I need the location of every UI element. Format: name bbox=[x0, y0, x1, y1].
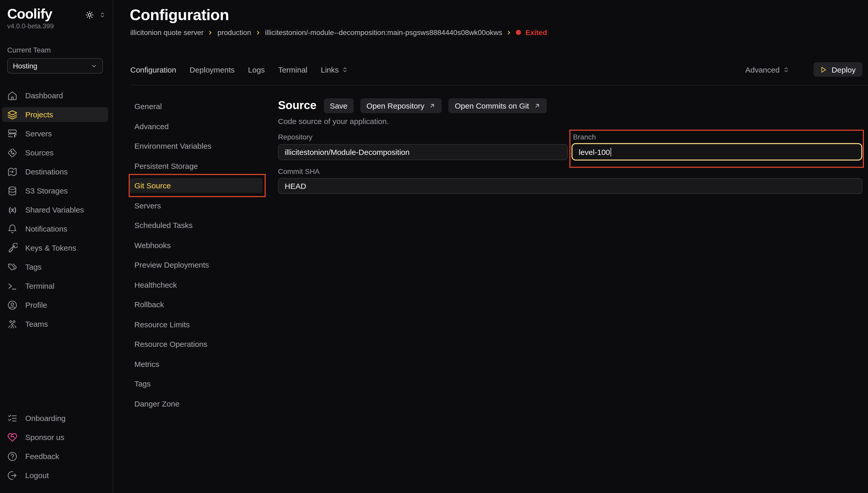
subnav-tags[interactable]: Tags bbox=[130, 376, 262, 391]
status-badge: Exited bbox=[525, 28, 547, 37]
repository-label: Repository bbox=[278, 132, 568, 142]
sidebar-item-keys-tokens[interactable]: Keys & Tokens bbox=[2, 240, 108, 255]
subnav-danger-zone[interactable]: Danger Zone bbox=[130, 396, 262, 411]
chevron-right-icon bbox=[255, 30, 261, 36]
layers-icon bbox=[7, 109, 18, 120]
tab-terminal[interactable]: Terminal bbox=[278, 65, 308, 74]
save-button[interactable]: Save bbox=[323, 98, 354, 113]
bell-icon bbox=[7, 223, 18, 234]
breadcrumb-application[interactable]: illicitestonion/-module--decomposition:m… bbox=[265, 28, 502, 37]
subnav-resource-operations[interactable]: Resource Operations bbox=[130, 337, 262, 351]
logo-row: Coolify bbox=[0, 0, 113, 23]
brand-logo: Coolify bbox=[7, 5, 85, 23]
sidebar-item-shared-variables[interactable]: (x) Shared Variables bbox=[2, 202, 108, 217]
branch-field: Branch level-100 bbox=[571, 132, 862, 160]
tabbar: Configuration Deployments Logs Terminal … bbox=[130, 62, 862, 77]
team-select-value: Hosting bbox=[13, 62, 37, 70]
sidebar-item-projects[interactable]: Projects bbox=[2, 107, 108, 122]
subnav-webhooks[interactable]: Webhooks bbox=[130, 237, 262, 252]
sidebar-item-terminal[interactable]: Terminal bbox=[2, 278, 108, 293]
team-select[interactable]: Hosting bbox=[7, 58, 103, 73]
chevron-right-icon bbox=[506, 30, 512, 36]
open-repository-button[interactable]: Open Repository bbox=[360, 98, 442, 113]
deploy-button[interactable]: Deploy bbox=[814, 62, 862, 77]
subnav-persistent-storage[interactable]: Persistent Storage bbox=[130, 158, 262, 173]
sidebar-item-label: Servers bbox=[25, 129, 52, 138]
sidebar-item-onboarding[interactable]: Onboarding bbox=[2, 411, 108, 426]
server-icon bbox=[7, 128, 18, 139]
sidebar-item-label: Sponsor us bbox=[25, 433, 64, 442]
sidebar-item-feedback[interactable]: Feedback bbox=[2, 449, 108, 464]
sidebar-item-s3-storages[interactable]: S3 Storages bbox=[2, 183, 108, 198]
advanced-dropdown[interactable]: Advanced bbox=[745, 65, 789, 74]
sidebar-item-label: Profile bbox=[25, 301, 47, 309]
sidebar-item-profile[interactable]: Profile bbox=[2, 297, 108, 313]
commit-sha-label: Commit SHA bbox=[278, 167, 862, 176]
branch-input[interactable]: level-100 bbox=[571, 143, 862, 160]
sidebar: Coolify v4.0.0-beta.399 Current Team Hos… bbox=[0, 0, 113, 493]
sidebar-item-destinations[interactable]: Destinations bbox=[2, 164, 108, 179]
database-icon bbox=[7, 186, 18, 196]
logout-icon bbox=[7, 470, 18, 480]
breadcrumb-environment[interactable]: production bbox=[217, 28, 251, 37]
tab-deployments[interactable]: Deployments bbox=[189, 65, 234, 74]
breadcrumb-project[interactable]: illicitonion quote server bbox=[130, 28, 204, 37]
sidebar-item-label: Destinations bbox=[25, 167, 68, 176]
sidebar-item-sponsor[interactable]: Sponsor us bbox=[2, 430, 108, 445]
sidebar-item-servers[interactable]: Servers bbox=[2, 126, 108, 141]
subnav-preview-deployments[interactable]: Preview Deployments bbox=[130, 257, 262, 272]
subnav-rollback[interactable]: Rollback bbox=[130, 297, 262, 312]
chevrons-up-down-icon bbox=[342, 66, 348, 73]
coolify-app: Coolify v4.0.0-beta.399 Current Team Hos… bbox=[0, 0, 868, 493]
sidebar-item-tags[interactable]: Tags bbox=[2, 259, 108, 274]
subnav-general[interactable]: General bbox=[130, 99, 262, 114]
map-icon bbox=[7, 167, 18, 177]
sidebar-item-label: Tags bbox=[25, 262, 41, 271]
sidebar-item-logout[interactable]: Logout bbox=[2, 468, 108, 483]
sidebar-item-label: Teams bbox=[25, 320, 48, 328]
home-icon bbox=[7, 90, 18, 101]
sidebar-item-dashboard[interactable]: Dashboard bbox=[2, 88, 108, 103]
subnav-healthcheck[interactable]: Healthcheck bbox=[130, 277, 262, 292]
tab-links[interactable]: Links bbox=[321, 65, 348, 74]
sidebar-collapse-icon[interactable] bbox=[99, 11, 106, 19]
chevron-right-icon bbox=[208, 30, 213, 36]
subnav-advanced[interactable]: Advanced bbox=[130, 119, 262, 133]
sidebar-item-notifications[interactable]: Notifications bbox=[2, 221, 108, 236]
subnav-git-source[interactable]: Git Source bbox=[130, 178, 262, 193]
theme-sun-icon[interactable] bbox=[85, 11, 94, 19]
git-source-icon bbox=[7, 147, 18, 158]
breadcrumb: illicitonion quote server production ill… bbox=[130, 28, 547, 37]
open-commits-button[interactable]: Open Commits on Git bbox=[449, 98, 547, 113]
tab-configuration[interactable]: Configuration bbox=[130, 65, 176, 74]
commit-sha-input[interactable]: HEAD bbox=[278, 178, 862, 194]
subnav-environment-variables[interactable]: Environment Variables bbox=[130, 138, 262, 153]
app-version: v4.0.0-beta.399 bbox=[0, 23, 113, 30]
users-icon bbox=[7, 319, 18, 329]
text-caret bbox=[611, 147, 611, 156]
tags-icon bbox=[7, 262, 18, 272]
branch-label: Branch bbox=[571, 132, 862, 142]
section-title: Source bbox=[278, 99, 316, 112]
external-link-icon bbox=[534, 102, 540, 109]
subnav-scheduled-tasks[interactable]: Scheduled Tasks bbox=[130, 218, 262, 233]
main-content: Configuration illicitonion quote server … bbox=[113, 0, 868, 493]
sidebar-item-sources[interactable]: Sources bbox=[2, 145, 108, 160]
sidebar-item-label: Onboarding bbox=[25, 414, 66, 423]
subnav-resource-limits[interactable]: Resource Limits bbox=[130, 317, 262, 332]
play-icon bbox=[820, 66, 827, 73]
fields-row: Repository illicitestonion/Module-Decomp… bbox=[278, 132, 862, 160]
key-icon bbox=[7, 243, 18, 253]
tab-logs[interactable]: Logs bbox=[248, 65, 265, 74]
chevrons-up-down-icon bbox=[783, 66, 789, 73]
source-header: Source Save Open Repository Open Commits… bbox=[278, 98, 862, 113]
sidebar-item-teams[interactable]: Teams bbox=[2, 317, 108, 331]
repository-field: Repository illicitestonion/Module-Decomp… bbox=[278, 132, 568, 160]
sidebar-item-label: Keys & Tokens bbox=[25, 243, 76, 252]
heart-icon bbox=[7, 432, 18, 442]
subnav-servers[interactable]: Servers bbox=[130, 198, 262, 213]
tabbar-divider bbox=[130, 85, 868, 85]
subnav-metrics[interactable]: Metrics bbox=[130, 356, 262, 371]
sidebar-item-label: Dashboard bbox=[25, 91, 63, 100]
repository-input[interactable]: illicitestonion/Module-Decomposition bbox=[278, 144, 568, 160]
